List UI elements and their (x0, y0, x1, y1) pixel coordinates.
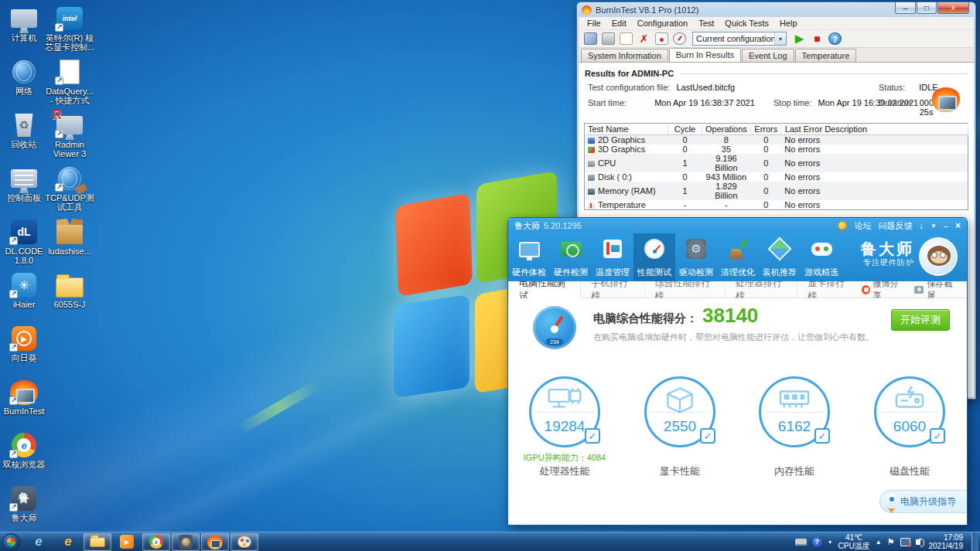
tab-event-log[interactable]: Event Log (742, 49, 794, 62)
nav-temperature[interactable]: 温度管理 (592, 233, 633, 281)
minimize-button[interactable]: – (895, 2, 916, 14)
tray-overflow-icon[interactable]: ▼ (828, 539, 833, 545)
input-device-tray-icon[interactable] (795, 539, 807, 546)
gauge-icon[interactable] (673, 32, 686, 45)
print-report-icon[interactable] (602, 32, 615, 45)
tab-temperature[interactable]: Temperature (795, 49, 857, 62)
desktop-icon-ludashi-setup[interactable]: ludashise... (43, 218, 96, 271)
table-row[interactable]: Memory (RAM) 1 1.829 Billion 0 No errors (585, 182, 968, 200)
volume-icon[interactable] (916, 539, 920, 545)
check-badge-icon[interactable]: ✓ (700, 428, 715, 444)
table-row[interactable]: CPU 1 9.196 Billion 0 No errors (585, 154, 968, 172)
mascot-avatar[interactable] (919, 237, 958, 276)
desktop-icon-control-panel[interactable]: 控制面板 (2, 165, 46, 218)
col-operations[interactable]: Operations (702, 124, 751, 135)
maximize-button[interactable]: □ (917, 2, 937, 14)
configuration-dropdown[interactable]: Current configuration ▼ (692, 32, 787, 46)
gpu-score-circle[interactable]: 2550 ✓ (644, 376, 715, 447)
tab-overall-ranking[interactable]: 综合性能排行榜 (645, 281, 726, 298)
desktop-icon-network[interactable]: 网络 (2, 58, 46, 111)
desktop-icon-dataquery[interactable]: ↗ DataQuery... - 快捷方式 (43, 58, 96, 111)
taskbar-media-player[interactable]: ▶ (113, 533, 141, 551)
weibo-share-button[interactable]: 微博分享 (862, 278, 904, 301)
table-row[interactable]: 2D Graphics 0 8 0 No errors (585, 135, 968, 145)
menu-file[interactable]: File (582, 18, 606, 29)
medal-icon[interactable] (838, 221, 847, 230)
col-errors[interactable]: Errors (750, 124, 781, 135)
desktop-icon-dualcore-browser[interactable]: e↗ 双核浏览器 (2, 431, 46, 485)
col-cycle[interactable]: Cycle (668, 124, 702, 135)
tab-system-information[interactable]: System Information (581, 49, 668, 62)
start-button[interactable] (2, 533, 20, 551)
menu-edit[interactable]: Edit (606, 18, 632, 29)
menu-quick-tests[interactable]: Quick Tests (719, 18, 774, 29)
tab-cpu-ranking[interactable]: 处理器排行榜 (726, 281, 797, 298)
nav-build-recommend[interactable]: 装机推荐 (759, 233, 801, 281)
show-desktop-button[interactable] (971, 532, 978, 551)
check-badge-icon[interactable]: ✓ (814, 428, 830, 444)
menu-help[interactable]: Help (774, 18, 803, 29)
feedback-link[interactable]: 问题反馈 (878, 220, 912, 232)
taskbar-windows-explorer[interactable] (84, 533, 111, 551)
desktop-icon-computer[interactable]: 计算机 (2, 5, 46, 58)
forum-link[interactable]: 论坛 (854, 220, 871, 232)
ram-score-circle[interactable]: 6162 ✓ (759, 376, 830, 447)
action-center-flag-icon[interactable]: ⚑ (887, 537, 895, 547)
network-disconnected-icon[interactable] (900, 538, 910, 546)
close-button[interactable]: × (937, 2, 969, 14)
help-icon[interactable]: ? (828, 32, 842, 45)
download-icon[interactable]: ↓ (919, 221, 924, 230)
cpu-temperature-widget[interactable]: 41℃ CPU温度 (838, 533, 870, 550)
taskbar-ludashi[interactable] (172, 533, 200, 551)
check-badge-icon[interactable]: ✓ (585, 428, 600, 444)
desktop-icon-recycle-bin[interactable]: ♻ 回收站 (2, 111, 46, 165)
nav-hardware-checkup[interactable]: 硬件体检 (508, 233, 550, 281)
desktop-icon-ludashi[interactable]: 鲁↗ 鲁大师 (2, 485, 46, 538)
certificate-icon[interactable] (655, 32, 668, 45)
tab-burn-in-results[interactable]: Burn In Results (669, 48, 741, 62)
menu-configuration[interactable]: Configuration (632, 18, 693, 29)
taskbar-paint[interactable] (230, 533, 258, 551)
taskbar-dualcore-browser[interactable]: e (142, 533, 170, 551)
table-row[interactable]: Disk ( 0:) 0 943 Million 0 No errors (585, 172, 968, 182)
dropdown-arrow-icon[interactable]: ▼ (774, 32, 786, 45)
check-badge-icon[interactable]: ✓ (930, 428, 945, 444)
help-tray-icon[interactable]: ? (812, 537, 822, 547)
skin-icon[interactable]: ▼ (930, 223, 937, 230)
cpu-score-circle[interactable]: 19284 ✓ (529, 376, 600, 447)
clock[interactable]: 17:09 2021/4/19 (929, 533, 967, 550)
taskbar-burnintest[interactable] (201, 533, 229, 551)
save-report-icon[interactable] (584, 32, 597, 45)
nav-game-featured[interactable]: 游戏精选 (801, 233, 842, 281)
tab-gpu-ranking[interactable]: 显卡排行榜 (797, 281, 861, 298)
desktop-icon-tcpudp-tool[interactable]: ↗ TCP&UDP测试工具 (43, 165, 96, 218)
desktop-icon-burnintest[interactable]: ↗ BurnInTest (2, 378, 46, 431)
col-test-name[interactable]: Test Name (585, 124, 668, 135)
nav-performance-test[interactable]: 性能测试 (633, 233, 675, 281)
nav-driver-detect[interactable]: ⚙驱动检测 (675, 233, 717, 281)
taskbar-internet-explorer[interactable]: e (25, 533, 53, 551)
desktop-icon-intel-graphics[interactable]: intel↗ 英特尔(R) 核芯显卡控制... (43, 5, 96, 58)
start-tests-button[interactable]: ▶ (793, 32, 806, 45)
tab-pc-performance-test[interactable]: 电脑性能测试 (508, 281, 581, 298)
desktop-icon-sunflower[interactable]: ▶↗ 向日葵 (2, 325, 46, 378)
desktop-icon-dlcode[interactable]: dL↗ DL.CODE 1.8.0 (2, 218, 46, 271)
stop-tests-button[interactable]: ■ (811, 32, 824, 45)
view-report-icon[interactable] (620, 32, 633, 45)
tab-phone-ranking[interactable]: 手机排行榜 (581, 281, 644, 298)
desktop-icon-radmin[interactable]: R↗ Radmin Viewer 3 (43, 111, 96, 165)
desktop-icon-folder-6055sj[interactable]: 6055S-J (43, 271, 96, 325)
taskbar-internet-explorer-alt[interactable]: e (54, 533, 82, 551)
minimize-button[interactable]: – (944, 221, 948, 230)
ludashi-titlebar[interactable]: 鲁大师 5.20.1295 论坛 问题反馈 ↓ ▼ – × (508, 218, 967, 233)
upgrade-guide-button[interactable]: 电脑升级指导 (879, 490, 967, 513)
table-row[interactable]: 3D Graphics 0 35 0 No errors (585, 145, 968, 154)
nav-hardware-detect[interactable]: 硬件检测 (550, 233, 592, 281)
delete-icon[interactable]: ✗ (637, 32, 650, 45)
close-button[interactable]: × (955, 220, 961, 231)
disk-score-circle[interactable]: 6060 ✓ (874, 376, 945, 447)
nav-clean-optimize[interactable]: 清理优化 (717, 233, 759, 281)
start-benchmark-button[interactable]: 开始评测 (891, 309, 950, 331)
menu-test[interactable]: Test (693, 18, 719, 29)
table-row[interactable]: Temperature - - 0 No errors (585, 200, 968, 210)
